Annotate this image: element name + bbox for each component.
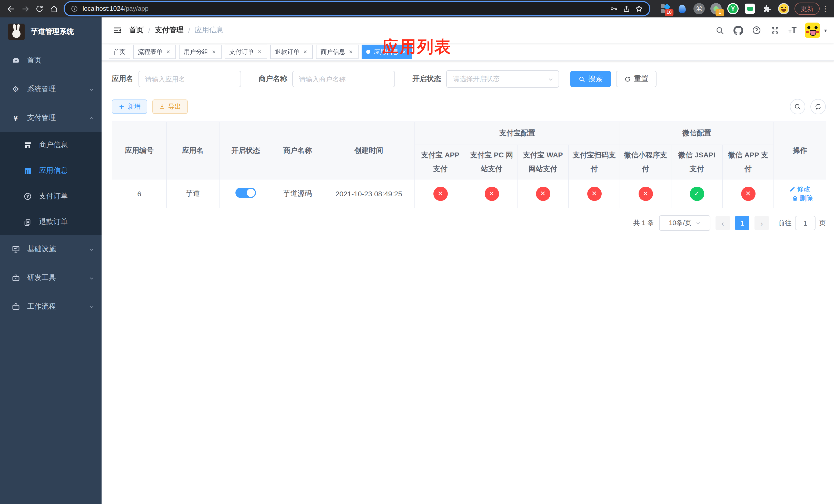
refresh-table-button[interactable]: [810, 99, 826, 114]
enabled-toggle[interactable]: [236, 188, 256, 198]
extensions-puzzle-icon[interactable]: [761, 3, 772, 14]
col-enabled: 开启状态: [219, 122, 272, 179]
tab-process-form[interactable]: 流程表单×: [133, 45, 176, 59]
config-status-wechat-jsapi: ✓: [671, 179, 722, 208]
browser-profile-avatar[interactable]: [778, 3, 789, 14]
user-avatar[interactable]: [805, 23, 820, 38]
extension-badge: 10: [665, 9, 674, 16]
github-icon[interactable]: [733, 25, 743, 36]
site-info-icon[interactable]: [71, 5, 78, 12]
bookmark-star-icon[interactable]: [635, 5, 643, 13]
extension-meet-icon[interactable]: [744, 3, 755, 14]
font-size-icon[interactable]: TT: [788, 26, 796, 35]
header-search-icon[interactable]: [715, 25, 725, 36]
sidebar-item-workflow[interactable]: 工作流程: [0, 292, 102, 321]
close-icon[interactable]: ×: [211, 48, 217, 55]
sidebar-item-infra[interactable]: 基础设施: [0, 235, 102, 264]
close-icon[interactable]: ×: [348, 48, 354, 55]
add-button[interactable]: 新增: [112, 99, 147, 114]
app-title: 芋道管理系统: [31, 27, 74, 37]
goto-page-input[interactable]: [795, 216, 815, 230]
search-icon: [578, 76, 585, 82]
browser-home-button[interactable]: [47, 2, 61, 15]
merchant-name-label: 商户名称: [259, 74, 287, 84]
col-wechat-jsapi: 微信 JSAPI 支付: [671, 145, 722, 179]
tab-refund-order[interactable]: 退款订单×: [270, 45, 313, 59]
sidebar-item-merchant-info[interactable]: 商户信息: [0, 132, 102, 158]
prev-page-button[interactable]: ‹: [716, 216, 730, 230]
app-logo-row[interactable]: 芋道管理系统: [0, 18, 102, 46]
avatar-caret-down-icon[interactable]: ▾: [824, 27, 827, 33]
share-icon[interactable]: [623, 5, 630, 13]
sidebar-item-dev-tools[interactable]: 研发工具: [0, 264, 102, 292]
edit-link[interactable]: 修改: [789, 184, 810, 193]
yen-icon: ¥: [11, 114, 20, 122]
tab-pay-order[interactable]: 支付订单×: [225, 45, 267, 59]
status-select[interactable]: 请选择开启状态: [446, 70, 559, 88]
next-page-button[interactable]: ›: [754, 216, 769, 230]
screen: localhost:1024 /pay/app 10 ⌘: [0, 0, 834, 504]
page-size-select[interactable]: 10条/页: [659, 215, 710, 231]
browser-forward-button[interactable]: [19, 2, 32, 15]
sidebar-item-app-info[interactable]: 应用信息: [0, 158, 102, 184]
config-status-alipay-pc: ✕: [466, 179, 517, 208]
grid-table-icon: [23, 167, 32, 175]
address-bar[interactable]: localhost:1024 /pay/app: [65, 2, 649, 15]
app-table: 应用编号 应用名 开启状态 商户名称 创建时间 支付宝配置 微信配置 操作 支付…: [112, 121, 826, 208]
browser-back-button[interactable]: [4, 2, 18, 15]
cell-actions: 修改 删除: [774, 179, 826, 208]
col-created: 创建时间: [323, 122, 415, 179]
close-icon[interactable]: ×: [257, 48, 263, 55]
sidebar-item-refund-order[interactable]: 退款订单: [0, 209, 102, 235]
browser-menu-icon[interactable]: ⋮: [821, 4, 830, 13]
table-row: 6 芋道 芋道源码 2021-10-23 08:49:25 ✕ ✕ ✕ ✕ ✕: [112, 179, 826, 208]
help-icon[interactable]: [751, 25, 762, 36]
export-button[interactable]: 导出: [152, 99, 188, 114]
tab-user-group[interactable]: 用户分组×: [179, 45, 222, 59]
extension-command-icon[interactable]: ⌘: [694, 3, 705, 14]
url-path: /pay/app: [124, 5, 149, 12]
status-label: 开启状态: [412, 74, 441, 84]
store-icon: [23, 141, 32, 149]
sidebar-collapse-icon[interactable]: [109, 22, 126, 39]
breadcrumb-home[interactable]: 首页: [129, 26, 144, 35]
config-status-wechat-lite: ✕: [620, 179, 671, 208]
document-copy-icon: [23, 218, 32, 226]
extension-recorder-icon[interactable]: 1: [710, 3, 722, 14]
tags-view-bar: 首页 流程表单× 用户分组× 支付订单× 退款订单× 商户信息×: [102, 43, 834, 61]
app-name-label: 应用名: [112, 74, 133, 84]
config-status-alipay-wap: ✕: [517, 179, 569, 208]
page-number-1[interactable]: 1: [735, 216, 749, 230]
browser-update-button[interactable]: 更新: [794, 3, 820, 15]
close-icon[interactable]: ×: [302, 48, 308, 55]
chevron-down-icon: [89, 275, 94, 281]
col-group-alipay: 支付宝配置: [415, 122, 620, 145]
app-name-input[interactable]: [138, 71, 241, 87]
chevron-down-icon: [696, 221, 701, 226]
sidebar-menu: 首页 ⚙ 系统管理 ¥ 支付管理: [0, 46, 102, 504]
extension-sketch-icon[interactable]: 10: [660, 3, 671, 14]
breadcrumb-pay[interactable]: 支付管理: [155, 26, 184, 35]
browser-reload-button[interactable]: [33, 2, 46, 15]
close-icon[interactable]: ×: [165, 48, 171, 55]
search-button[interactable]: 搜索: [570, 71, 611, 87]
password-key-icon[interactable]: [610, 5, 618, 13]
filter-form: 应用名 商户名称 开启状态 请选择开启状态 搜索: [112, 70, 826, 88]
tab-merchant-info[interactable]: 商户信息×: [316, 45, 358, 59]
trash-icon: [792, 195, 798, 201]
sidebar-submenu-pay: 商户信息 应用信息 支付订单: [0, 132, 102, 235]
sidebar-item-system[interactable]: ⚙ 系统管理: [0, 75, 102, 104]
fullscreen-icon[interactable]: [770, 25, 780, 36]
delete-link[interactable]: 删除: [792, 193, 813, 203]
config-status-wechat-app: ✕: [722, 179, 774, 208]
tab-home[interactable]: 首页: [109, 45, 130, 59]
reset-button[interactable]: 重置: [616, 71, 657, 87]
merchant-name-input[interactable]: [292, 71, 395, 87]
sidebar-item-home[interactable]: 首页: [0, 46, 102, 75]
extension-balloon-icon[interactable]: [677, 3, 688, 14]
extension-y-icon[interactable]: Y: [727, 3, 739, 14]
sidebar-item-pay[interactable]: ¥ 支付管理: [0, 104, 102, 132]
refresh-icon: [624, 76, 631, 82]
sidebar-item-pay-order[interactable]: 支付订单: [0, 184, 102, 209]
toggle-search-button[interactable]: [790, 99, 805, 114]
